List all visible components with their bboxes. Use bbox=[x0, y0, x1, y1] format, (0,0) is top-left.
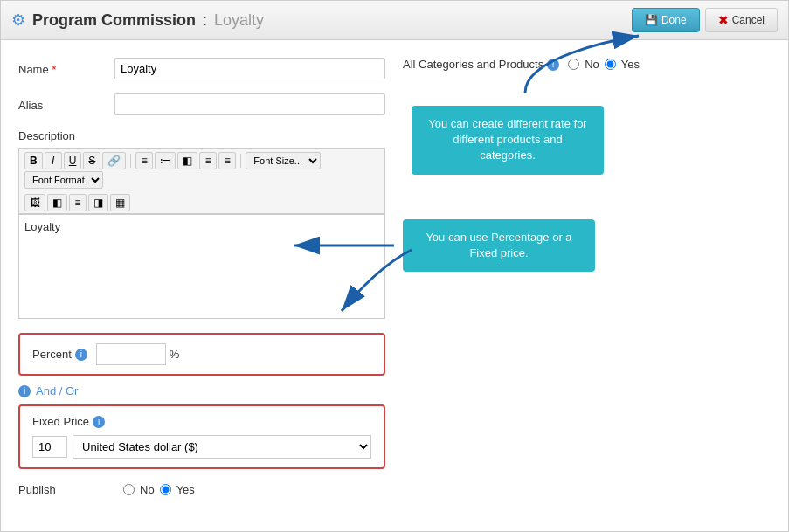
alias-input[interactable] bbox=[114, 93, 385, 115]
tooltip-box-1: You can create different rate for differ… bbox=[412, 106, 604, 175]
ordered-list-button[interactable]: ≔ bbox=[155, 152, 176, 169]
publish-row: Publish No Yes bbox=[18, 483, 385, 496]
publish-label: Publish bbox=[18, 483, 114, 496]
left-column: Name * Alias Description B I bbox=[18, 58, 385, 496]
content: Name * Alias Description B I bbox=[1, 40, 788, 514]
arrow-svg-3 bbox=[333, 245, 438, 315]
title-separator: : bbox=[203, 11, 207, 30]
align-right-button[interactable]: ≡ bbox=[218, 152, 236, 169]
publish-yes-radio[interactable] bbox=[160, 484, 171, 495]
done-label: Done bbox=[661, 14, 687, 26]
publish-no-radio[interactable] bbox=[123, 484, 135, 495]
done-button[interactable]: 💾 Done bbox=[632, 8, 700, 32]
save-icon: 💾 bbox=[645, 14, 658, 26]
title-light: Loyalty bbox=[214, 11, 264, 30]
percent-label: Percent i bbox=[32, 348, 87, 361]
publish-yes-label[interactable]: Yes bbox=[176, 483, 195, 496]
font-size-dropdown[interactable]: Font Size... bbox=[246, 152, 321, 169]
percent-sign: % bbox=[170, 348, 180, 361]
percent-info-icon[interactable]: i bbox=[75, 349, 87, 361]
description-section: Description B I U S 🔗 ≡ ≔ ◧ ≡ ≡ Font Siz… bbox=[18, 129, 385, 319]
title-bold: Program Commission bbox=[32, 11, 196, 30]
description-label: Description bbox=[18, 129, 385, 142]
cancel-button[interactable]: ✖ Cancel bbox=[705, 8, 778, 32]
strikethrough-button[interactable]: S bbox=[83, 152, 100, 169]
publish-radio-group: No Yes bbox=[123, 483, 195, 496]
unordered-list-button[interactable]: ≡ bbox=[135, 152, 153, 169]
tooltip2-container: You can use Percentage or a Fixed price. bbox=[403, 219, 771, 272]
and-or-row: i And / Or bbox=[18, 383, 385, 404]
name-row: Name * bbox=[18, 58, 385, 79]
align-left2-button[interactable]: ◧ bbox=[47, 194, 67, 211]
align-center2-button[interactable]: ≡ bbox=[69, 194, 87, 211]
table-button[interactable]: ▦ bbox=[110, 194, 130, 211]
alias-row: Alias bbox=[18, 93, 385, 115]
percent-input[interactable] bbox=[96, 343, 166, 365]
toolbar-separator-1 bbox=[130, 154, 131, 168]
percent-input-wrap: % bbox=[96, 343, 180, 365]
header-buttons: 💾 Done ✖ Cancel bbox=[632, 8, 778, 32]
program-commission-icon: ⚙ bbox=[11, 10, 25, 30]
and-or-text: And / Or bbox=[36, 384, 78, 397]
arrow-svg-1 bbox=[508, 31, 647, 101]
fixed-price-number[interactable] bbox=[32, 436, 67, 458]
bold-button[interactable]: B bbox=[24, 152, 43, 169]
fixed-price-info-icon[interactable]: i bbox=[93, 416, 105, 428]
align-right2-button[interactable]: ◨ bbox=[88, 194, 108, 211]
link-button[interactable]: 🔗 bbox=[102, 152, 126, 169]
header-title: ⚙ Program Commission : Loyalty bbox=[11, 10, 264, 30]
align-center-button[interactable]: ≡ bbox=[199, 152, 217, 169]
percent-section: Percent i % i And / Or Fixed Price bbox=[18, 333, 385, 469]
and-or-info-icon[interactable]: i bbox=[18, 385, 31, 397]
image-button[interactable]: 🖼 bbox=[24, 194, 45, 211]
right-column: All Categories and Products i No Yes You… bbox=[403, 58, 771, 496]
editor-content: Loyalty bbox=[24, 220, 60, 233]
cancel-label: Cancel bbox=[732, 14, 765, 26]
publish-no-label[interactable]: No bbox=[140, 483, 155, 496]
font-format-dropdown[interactable]: Font Format bbox=[24, 171, 103, 189]
fixed-price-title: Fixed Price i bbox=[32, 415, 371, 428]
page-wrapper: ⚙ Program Commission : Loyalty 💾 Done ✖ … bbox=[0, 0, 789, 532]
align-left-button[interactable]: ◧ bbox=[177, 152, 197, 169]
underline-button[interactable]: U bbox=[64, 152, 82, 169]
required-marker: * bbox=[52, 63, 56, 76]
percent-box: Percent i % bbox=[18, 333, 385, 376]
header: ⚙ Program Commission : Loyalty 💾 Done ✖ … bbox=[1, 1, 788, 40]
cancel-icon: ✖ bbox=[718, 13, 729, 27]
fixed-price-inputs: United States dollar ($) Euro (€) Britis… bbox=[32, 435, 371, 459]
editor-toolbar: B I U S 🔗 ≡ ≔ ◧ ≡ ≡ Font Size... bbox=[18, 148, 385, 192]
currency-select[interactable]: United States dollar ($) Euro (€) Britis… bbox=[73, 435, 371, 459]
name-input[interactable] bbox=[114, 58, 385, 79]
toolbar-row2: 🖼 ◧ ≡ ◨ ▦ bbox=[18, 192, 385, 214]
italic-button[interactable]: I bbox=[45, 152, 62, 169]
fixed-price-box: Fixed Price i United States dollar ($) E… bbox=[18, 404, 385, 469]
toolbar-separator-2 bbox=[240, 154, 241, 168]
name-label: Name * bbox=[18, 58, 114, 76]
alias-input-wrap bbox=[114, 93, 385, 115]
name-input-wrap bbox=[114, 58, 385, 79]
alias-label: Alias bbox=[18, 93, 114, 112]
